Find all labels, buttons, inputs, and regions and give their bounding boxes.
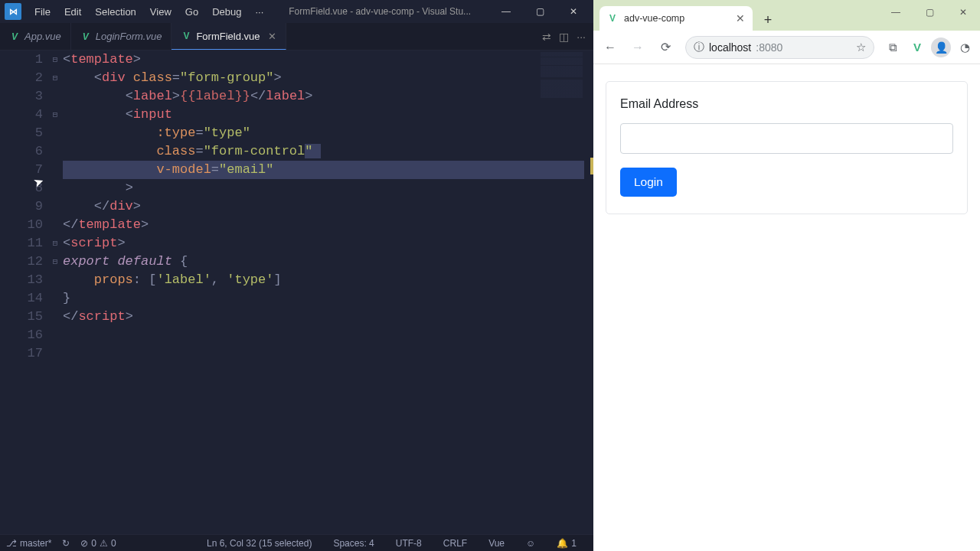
split-editor-icon[interactable]: ◫ xyxy=(559,31,569,43)
maximize-button[interactable]: ▢ xyxy=(913,0,946,24)
bell-icon: 🔔 xyxy=(557,538,568,549)
chrome-window: V adv-vue-comp ✕ + — ▢ ✕ ← → ⟳ ⓘ localho… xyxy=(593,0,980,551)
cursor-position[interactable]: Ln 6, Col 32 (15 selected) xyxy=(207,538,312,549)
branch-icon: ⎇ xyxy=(6,538,17,549)
tab-label: FormField.vue xyxy=(196,31,260,42)
bookmark-star-icon[interactable]: ☆ xyxy=(856,41,866,54)
menu-selection[interactable]: Selection xyxy=(88,3,142,21)
minimize-button[interactable]: — xyxy=(879,0,913,24)
code-line: class="form-control" xyxy=(63,142,593,161)
vscode-window: ⋈ File Edit Selection View Go Debug ··· … xyxy=(0,0,593,551)
close-tab-icon[interactable]: ✕ xyxy=(736,12,745,24)
more-actions-icon[interactable]: ··· xyxy=(577,31,586,43)
menu-view[interactable]: View xyxy=(143,3,178,21)
indentation[interactable]: Spaces: 4 xyxy=(333,538,374,549)
extension-icon[interactable]: ⧉ xyxy=(882,37,903,58)
notification-count: 1 xyxy=(571,538,577,549)
tab-loginform-vue[interactable]: V LoginForm.vue xyxy=(71,23,172,50)
url-host: localhost xyxy=(709,41,751,54)
fold-toggle-icon[interactable]: ⊟ xyxy=(47,69,63,87)
code-line xyxy=(63,326,593,344)
line-number: 9 xyxy=(0,197,44,216)
tabs-actions: ⇄ ◫ ··· xyxy=(534,23,593,50)
code-line: <input xyxy=(63,106,593,124)
line-number: 3 xyxy=(0,87,44,106)
code-line: <script> xyxy=(63,234,593,253)
code-line: </script> xyxy=(63,308,593,326)
tab-formfield-vue[interactable]: V FormField.vue ✕ xyxy=(172,23,286,50)
vue-devtools-icon[interactable]: V xyxy=(906,37,928,58)
error-count: 0 xyxy=(91,538,96,549)
fold-toggle-icon[interactable]: ⊟ xyxy=(47,234,63,253)
vue-file-icon: V xyxy=(9,31,20,42)
back-button[interactable]: ← xyxy=(598,35,622,60)
site-info-icon[interactable]: ⓘ xyxy=(694,41,704,54)
maximize-button[interactable]: ▢ xyxy=(523,0,557,23)
code-line: <template> xyxy=(63,51,593,69)
notifications[interactable]: 🔔 1 xyxy=(557,538,577,549)
menu-edit[interactable]: Edit xyxy=(57,3,88,21)
status-bar: ⎇ master* ↻ ⊘ 0 ⚠ 0 Ln 6, Col 32 (15 sel… xyxy=(0,534,593,551)
code-line: </template> xyxy=(63,216,593,234)
chrome-toolbar: ← → ⟳ ⓘ localhost:8080 ☆ ⧉ V 👤 ◔ xyxy=(593,31,980,64)
tab-app-vue[interactable]: V App.vue xyxy=(0,23,71,50)
vscode-logo-icon: ⋈ xyxy=(5,3,21,20)
minimap[interactable] xyxy=(541,52,583,98)
address-bar[interactable]: ⓘ localhost:8080 ☆ xyxy=(685,36,874,59)
reload-button[interactable]: ⟳ xyxy=(653,35,678,60)
sync-button[interactable]: ↻ xyxy=(62,538,70,549)
line-number: 7 xyxy=(0,161,44,179)
menu-debug[interactable]: Debug xyxy=(205,3,248,21)
fold-gutter: ⊟ ⊟ ⊟ ⊟ ⊟ xyxy=(47,51,63,534)
close-button[interactable]: ✕ xyxy=(946,0,980,24)
code-line: :type="type" xyxy=(63,124,593,142)
problems-errors[interactable]: ⊘ 0 ⚠ 0 xyxy=(80,538,116,549)
data-saver-icon[interactable]: ◔ xyxy=(954,37,975,58)
fold-toggle-icon[interactable]: ⊟ xyxy=(47,253,63,271)
feedback-icon[interactable]: ☺ xyxy=(526,538,535,549)
line-number: 17 xyxy=(0,344,44,363)
browser-tab[interactable]: V adv-vue-comp ✕ xyxy=(599,6,753,31)
page-content: Email Address Login xyxy=(593,64,980,551)
fold-toggle-icon[interactable]: ⊟ xyxy=(47,106,63,124)
line-number: 10 xyxy=(0,216,44,234)
editor[interactable]: 1 2 3 4 5 6 7 8 9 10 11 12 13 14 15 16 1… xyxy=(0,51,593,534)
url-port: :8080 xyxy=(756,41,782,54)
overview-ruler[interactable] xyxy=(584,51,593,534)
tab-label: LoginForm.vue xyxy=(96,31,162,42)
forward-button[interactable]: → xyxy=(626,35,650,60)
minimize-button[interactable]: — xyxy=(489,0,523,23)
fold-toggle-icon[interactable]: ⊟ xyxy=(47,51,63,69)
email-input[interactable] xyxy=(620,123,953,154)
vue-file-icon: V xyxy=(181,31,191,41)
git-branch[interactable]: ⎇ master* xyxy=(6,538,51,549)
eol[interactable]: CRLF xyxy=(443,538,467,549)
line-number: 5 xyxy=(0,124,44,142)
menu-more[interactable]: ··· xyxy=(248,3,270,21)
menu-file[interactable]: File xyxy=(28,3,57,21)
tab-label: App.vue xyxy=(24,31,61,42)
compare-changes-icon[interactable]: ⇄ xyxy=(542,31,551,43)
vscode-titlebar: ⋈ File Edit Selection View Go Debug ··· … xyxy=(0,0,593,23)
vue-favicon-icon: V xyxy=(607,13,618,24)
line-number: 16 xyxy=(0,326,44,344)
menu-go[interactable]: Go xyxy=(178,3,205,21)
login-button[interactable]: Login xyxy=(620,168,677,197)
code-content[interactable]: <template> <div class="form-group"> <lab… xyxy=(63,51,593,534)
line-number: 6 xyxy=(0,142,44,161)
window-title: FormField.vue - adv-vue-comp - Visual St… xyxy=(270,6,489,17)
line-number: 11 xyxy=(0,234,44,253)
code-line xyxy=(63,344,593,363)
close-button[interactable]: ✕ xyxy=(557,0,590,23)
encoding[interactable]: UTF-8 xyxy=(396,538,422,549)
profile-avatar-icon[interactable]: 👤 xyxy=(931,37,951,57)
tab-close-icon[interactable]: ✕ xyxy=(268,31,276,42)
chrome-window-controls: — ▢ ✕ xyxy=(879,0,980,24)
warning-count: 0 xyxy=(111,538,116,549)
language-mode[interactable]: Vue xyxy=(488,538,505,549)
code-line: export default { xyxy=(63,253,593,271)
code-line: <label>{{label}}</label> xyxy=(63,87,593,106)
code-line: props: ['label', 'type'] xyxy=(63,271,593,289)
overview-marker xyxy=(590,158,593,174)
new-tab-button[interactable]: + xyxy=(757,9,779,31)
